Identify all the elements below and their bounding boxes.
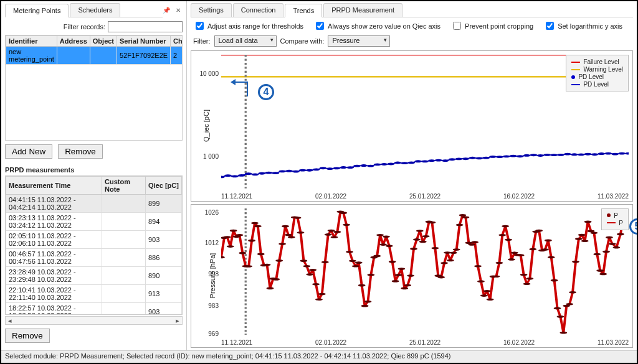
svg-point-125 xyxy=(401,287,408,289)
add-new-button[interactable]: Add New xyxy=(5,144,52,159)
svg-point-155 xyxy=(493,275,500,278)
tab-trends[interactable]: Trends xyxy=(285,4,322,17)
svg-point-83 xyxy=(272,278,280,281)
tab-prpd-measurement[interactable]: PRPD Measurement xyxy=(323,3,402,17)
tab-metering-points[interactable]: Metering Points xyxy=(5,4,69,17)
svg-point-18 xyxy=(320,167,327,169)
remove-measurement-button[interactable]: Remove xyxy=(5,329,50,343)
svg-point-54 xyxy=(564,153,571,156)
svg-point-59 xyxy=(598,152,606,155)
tab-connection[interactable]: Connection xyxy=(233,3,284,17)
svg-point-99 xyxy=(321,261,329,263)
svg-point-96 xyxy=(312,283,320,286)
svg-point-106 xyxy=(343,223,350,226)
opt-show-zero[interactable]: Always show zero value on Qiec axis xyxy=(313,20,440,32)
svg-point-65 xyxy=(221,256,225,258)
svg-point-121 xyxy=(389,260,396,263)
svg-point-161 xyxy=(511,251,518,254)
svg-point-21 xyxy=(340,166,347,169)
remove-button[interactable]: Remove xyxy=(58,144,103,159)
table-row[interactable]: 04:41:15 11.03.2022 - 04:42:14 11.03.202… xyxy=(6,195,182,213)
svg-point-69 xyxy=(230,230,237,232)
svg-point-192 xyxy=(606,236,613,239)
svg-point-117 xyxy=(376,234,384,236)
chart-options: Adjust axis range for thresholds Always … xyxy=(187,17,637,34)
pressure-chart[interactable]: Pressure [hPa] 10261012998983969 11.12.2… xyxy=(191,204,633,348)
svg-point-137 xyxy=(437,276,445,278)
table-row[interactable]: 02:05:10 11.03.2022 - 02:06:10 11.03.202… xyxy=(6,231,182,249)
svg-point-174 xyxy=(551,279,558,282)
svg-point-107 xyxy=(346,251,353,253)
svg-point-92 xyxy=(300,259,308,262)
col-custom-note[interactable]: Custom Note xyxy=(102,177,146,195)
opt-prevent-crop[interactable]: Prevent point cropping xyxy=(450,20,533,32)
svg-point-23 xyxy=(353,165,361,167)
svg-point-81 xyxy=(267,287,274,289)
table-row[interactable]: 22:10:41 10.03.2022 - 22:11:40 10.03.202… xyxy=(6,285,182,303)
svg-point-126 xyxy=(404,284,411,286)
svg-point-120 xyxy=(386,245,393,247)
table-row[interactable]: 18:22:57 10.03.2022 - 18:23:58 10.03.202… xyxy=(6,303,182,315)
svg-point-150 xyxy=(477,280,485,282)
col-serial[interactable]: Serial Number xyxy=(117,36,171,47)
horizontal-scrollbar[interactable]: ◂▸ xyxy=(5,316,183,325)
measurements-table[interactable]: Measurement Time Custom Note Qiec [pC] 0… xyxy=(5,175,183,315)
svg-point-131 xyxy=(419,240,427,243)
svg-point-109 xyxy=(352,265,359,268)
svg-point-127 xyxy=(407,274,414,277)
svg-point-114 xyxy=(367,274,374,276)
filter-combo[interactable]: Load all data xyxy=(214,35,277,47)
col-object[interactable]: Object xyxy=(90,36,117,47)
svg-point-103 xyxy=(334,231,341,233)
col-channel[interactable]: Channel xyxy=(171,36,183,47)
filter-input[interactable] xyxy=(108,21,183,32)
svg-point-27 xyxy=(381,163,388,166)
compare-combo[interactable]: Pressure xyxy=(328,35,390,47)
col-identifier[interactable]: Identifier xyxy=(6,36,57,47)
svg-point-129 xyxy=(413,238,421,241)
svg-point-165 xyxy=(523,282,531,285)
tab-settings[interactable]: Settings xyxy=(191,3,232,17)
svg-point-105 xyxy=(340,212,347,214)
col-address[interactable]: Address xyxy=(57,36,90,47)
metering-points-table[interactable]: Identifier Address Object Serial Number … xyxy=(5,35,183,141)
svg-point-26 xyxy=(374,163,381,166)
svg-point-142 xyxy=(453,248,460,251)
svg-point-94 xyxy=(306,273,313,276)
svg-point-172 xyxy=(545,239,552,241)
svg-point-45 xyxy=(503,155,510,157)
svg-point-12 xyxy=(279,170,286,172)
opt-log-y[interactable]: Set logarithmic y axis xyxy=(543,20,622,32)
svg-point-9 xyxy=(259,172,266,175)
svg-point-110 xyxy=(355,261,363,264)
svg-point-188 xyxy=(593,253,601,255)
col-qiec[interactable]: Qiec [pC] xyxy=(146,177,182,195)
svg-point-77 xyxy=(254,225,262,227)
panel-pin-close-icons[interactable]: 📌 ✕ xyxy=(163,7,183,14)
svg-point-36 xyxy=(442,159,449,162)
svg-point-164 xyxy=(520,273,528,276)
svg-point-90 xyxy=(294,217,302,219)
svg-point-14 xyxy=(292,170,300,173)
table-row[interactable]: 00:46:57 11.03.2022 - 00:47:56 11.03.202… xyxy=(6,249,182,267)
svg-point-43 xyxy=(489,156,497,158)
svg-point-147 xyxy=(468,243,475,246)
table-row[interactable]: new metering_point52F1F7092E2E2 xyxy=(6,47,183,65)
svg-point-86 xyxy=(282,225,289,228)
table-row[interactable]: 23:28:49 10.03.2022 - 23:29:48 10.03.202… xyxy=(6,267,182,285)
tab-schedulers[interactable]: Schedulers xyxy=(70,3,120,17)
svg-point-102 xyxy=(331,236,338,238)
svg-point-71 xyxy=(236,234,244,236)
table-row[interactable]: 03:23:13 11.03.2022 - 03:24:12 11.03.202… xyxy=(6,213,182,231)
qiec-chart[interactable]: Q_iec [pC] 10 0001 000 11.12.202102.01.2… xyxy=(191,50,633,202)
svg-point-144 xyxy=(459,214,467,217)
svg-point-44 xyxy=(496,156,503,158)
opt-adjust-axis[interactable]: Adjust axis range for thresholds xyxy=(193,20,303,32)
svg-point-128 xyxy=(410,248,417,250)
svg-point-33 xyxy=(421,160,429,162)
svg-point-183 xyxy=(578,233,586,236)
svg-point-134 xyxy=(429,221,436,223)
svg-point-132 xyxy=(422,235,430,238)
col-meas-time[interactable]: Measurement Time xyxy=(6,177,102,195)
left-panel: Metering Points Schedulers 📌 ✕ Filter re… xyxy=(1,1,187,350)
